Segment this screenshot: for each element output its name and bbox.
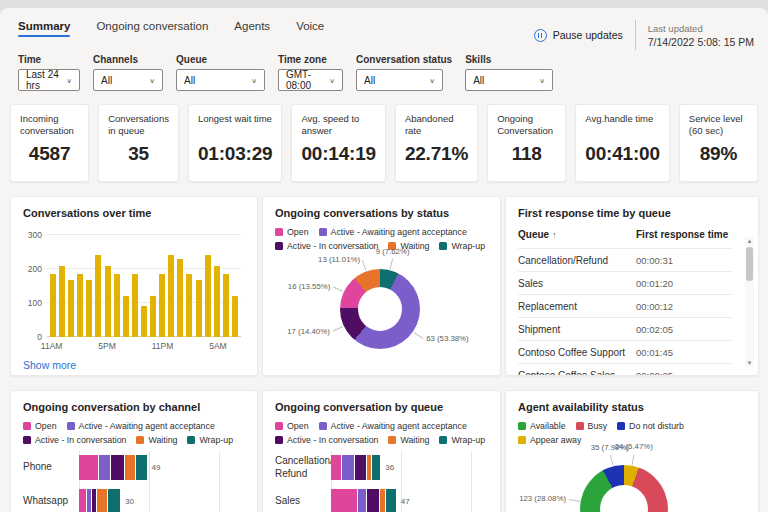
legend-swatch: [23, 422, 31, 430]
vertical-divider: [635, 20, 636, 50]
legend: OpenActive - Awaiting agent acceptanceAc…: [23, 421, 245, 445]
stacked-bar-row: Cancellation/ Refund36: [275, 455, 488, 480]
chevron-down-icon: ∨: [429, 76, 435, 83]
x-tick-label: 11PM: [152, 341, 174, 351]
show-more-link[interactable]: Show more: [23, 359, 76, 371]
selected-value: Last 24 hrs: [26, 69, 66, 91]
bar: [177, 259, 183, 337]
bar-segment: [136, 455, 147, 480]
top-bar: SummaryOngoing conversationAgentsVoice P…: [0, 8, 768, 46]
queue-name: Replacement: [518, 301, 636, 312]
queue-name: Cancellation/Refund: [518, 255, 636, 266]
bar-segment: [331, 455, 342, 480]
filter-time-zone: Time zoneGMT-08:00∨: [278, 54, 343, 91]
donut-slice-label: 35 (7.99%): [591, 443, 629, 452]
y-tick-label: 300: [28, 230, 42, 240]
legend-item: Open: [275, 421, 309, 431]
kpi-label: Avg.handle time: [585, 113, 659, 125]
legend-item: Waiting: [136, 435, 177, 445]
filter-label: Skills: [465, 54, 553, 65]
column-queue[interactable]: Queue↑: [518, 229, 636, 240]
legend-item: Open: [23, 421, 57, 431]
chevron-down-icon: ∨: [66, 76, 72, 83]
filter-skills: SkillsAll∨: [465, 54, 553, 91]
chart-title: First response time by queue: [518, 207, 746, 219]
x-tick-label: 11AM: [41, 341, 63, 351]
last-updated: Last updated 7/14/2022 5:08: 15 PM: [648, 23, 754, 48]
bar: [141, 306, 147, 337]
scrollbar-thumb[interactable]: [746, 247, 753, 281]
legend-item: Active - Awaiting agent acceptance: [319, 227, 467, 237]
legend-swatch: [187, 436, 195, 444]
filter-select-conversation-status[interactable]: All∨: [356, 69, 443, 91]
y-tick-label: 200: [28, 264, 42, 274]
bar-segment: [99, 455, 112, 480]
bar-segment: [367, 489, 380, 512]
chevron-down-icon: ∨: [251, 76, 257, 83]
legend-label: Active - Awaiting agent acceptance: [331, 227, 467, 237]
scroll-up-icon[interactable]: ▲: [747, 237, 753, 245]
tab-bar: SummaryOngoing conversationAgentsVoice: [18, 20, 324, 40]
bar: [59, 266, 65, 337]
donut-slice-label: 123 (28.08%): [519, 494, 566, 503]
card-first-response-time: First response time by queue Queue↑ Firs…: [505, 196, 759, 376]
bar-segment: [125, 455, 136, 480]
filter-select-queue[interactable]: All∨: [176, 69, 265, 91]
kpi-value: 22.71%: [405, 143, 468, 165]
selected-value: GMT-08:00: [286, 69, 329, 91]
bar-segment: [97, 489, 108, 512]
chart-title: Ongoing conversations by status: [275, 207, 488, 219]
filter-select-time[interactable]: Last 24 hrs∨: [18, 69, 80, 91]
legend-item: Wrap-up: [187, 435, 233, 445]
bar: [132, 274, 138, 337]
legend-label: Open: [35, 421, 57, 431]
scroll-down-icon[interactable]: ▼: [747, 359, 753, 367]
bar: [205, 255, 211, 337]
kpi-label: Conversations in queue: [108, 113, 169, 138]
stacked-bar: [331, 455, 381, 480]
card-conversation-by-channel: Ongoing conversation by channel OpenActi…: [10, 390, 258, 512]
legend-swatch: [275, 436, 283, 444]
kpi-label: Longest wait time: [198, 113, 272, 125]
callout-line: [333, 286, 343, 292]
filter-select-skills[interactable]: All∨: [465, 69, 553, 91]
kpi-card: Conversations in queue35: [98, 104, 179, 182]
total-label: 30: [125, 497, 134, 506]
bar-segment: [358, 489, 368, 512]
kpi-card: Avg. speed to answer00:14:19: [291, 104, 385, 182]
pause-updates-button[interactable]: Pause updates: [534, 29, 623, 42]
tab-voice[interactable]: Voice: [296, 20, 324, 40]
legend-swatch: [388, 436, 396, 444]
callout-line: [610, 455, 614, 466]
total-label: 49: [152, 463, 161, 472]
bar-segment: [386, 489, 397, 512]
total-label: 47: [401, 497, 410, 506]
stacked-bar: [79, 489, 121, 512]
total-label: 36: [385, 463, 394, 472]
table-row: Sales00:01:20: [518, 271, 732, 294]
chart-title: Agent availability status: [518, 401, 746, 413]
kpi-card: Incoming conversation4587: [10, 104, 89, 182]
chevron-down-icon: ∨: [149, 76, 155, 83]
selected-value: All: [364, 75, 375, 86]
chart-title: Ongoing conversation by channel: [23, 401, 245, 413]
kpi-value: 00:14:19: [301, 143, 375, 165]
filter-select-time-zone[interactable]: GMT-08:00∨: [278, 69, 343, 91]
column-first-response-time[interactable]: First response time: [636, 229, 728, 240]
first-response-time-value: 00:01:20: [636, 278, 673, 289]
filter-queue: QueueAll∨: [176, 54, 265, 91]
legend-item: Do not disturb: [617, 421, 684, 431]
bar: [68, 280, 74, 337]
tab-summary[interactable]: Summary: [18, 20, 70, 40]
legend-item: Available: [518, 421, 566, 431]
tab-agents[interactable]: Agents: [234, 20, 270, 40]
first-response-time-value: 00:00:31: [636, 255, 673, 266]
table-scrollbar[interactable]: ▲ ▼: [745, 237, 754, 367]
bar: [105, 266, 111, 337]
bar: [123, 296, 129, 337]
kpi-value: 35: [108, 143, 169, 165]
filter-select-channels[interactable]: All∨: [93, 69, 163, 91]
last-updated-value: 7/14/2022 5:08: 15 PM: [648, 36, 754, 48]
filter-label: Queue: [176, 54, 265, 65]
tab-ongoing-conversation[interactable]: Ongoing conversation: [96, 20, 208, 40]
